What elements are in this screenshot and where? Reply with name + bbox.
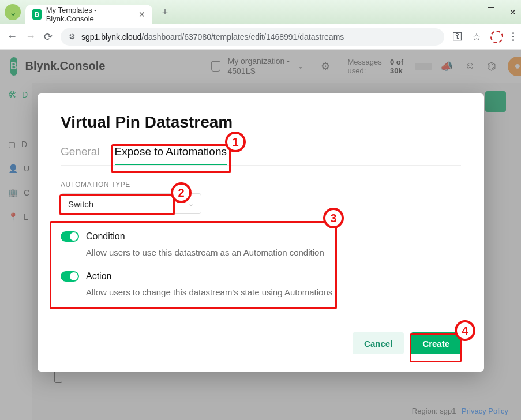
address-bar: ← → ⟳ ⚙ sgp1.blynk.cloud/dashboard/63708… <box>0 24 521 50</box>
back-icon[interactable]: ← <box>7 31 17 43</box>
action-toggle[interactable] <box>61 271 79 282</box>
create-button[interactable]: Create <box>411 332 461 354</box>
extension-icon[interactable] <box>490 31 503 43</box>
key-icon[interactable]: ⚿ <box>452 31 463 43</box>
chevron-down-icon: ⌄ <box>188 200 194 208</box>
favicon: B <box>32 9 42 20</box>
browser-tab[interactable]: B My Templates - Blynk.Console ✕ <box>25 5 152 24</box>
close-window-icon[interactable]: ✕ <box>509 7 516 17</box>
site-settings-icon[interactable]: ⚙ <box>69 32 76 41</box>
window-controls: — ✕ <box>464 7 516 17</box>
modal-tabs: General Expose to Automations <box>61 145 461 166</box>
automation-type-select[interactable]: Switch ⌄ <box>61 193 201 214</box>
tab-title: My Templates - Blynk.Console <box>46 6 134 23</box>
cancel-button[interactable]: Cancel <box>353 332 404 354</box>
modal-title: Virtual Pin Datastream <box>61 113 461 132</box>
action-desc: Allow users to change this datastream's … <box>86 287 461 297</box>
minimize-icon[interactable]: — <box>464 7 473 17</box>
tab-general[interactable]: General <box>61 145 100 165</box>
reload-icon[interactable]: ⟳ <box>44 31 53 43</box>
select-value: Switch <box>68 199 93 209</box>
condition-option: Condition Allow users to use this datast… <box>61 231 461 257</box>
action-title: Action <box>86 271 111 282</box>
maximize-icon[interactable] <box>488 7 494 14</box>
tab-expose-to-automations[interactable]: Expose to Automations <box>115 145 227 165</box>
new-tab-button[interactable]: + <box>157 4 173 20</box>
profile-chip[interactable]: ⌄ <box>5 4 21 20</box>
automation-type-label: AUTOMATION TYPE <box>61 181 461 189</box>
forward-icon: → <box>25 31 36 43</box>
condition-desc: Allow users to use this datastream as an… <box>86 247 461 257</box>
condition-title: Condition <box>86 231 125 242</box>
datastream-modal: Virtual Pin Datastream General Expose to… <box>38 93 484 372</box>
action-option: Action Allow users to change this datast… <box>61 271 461 297</box>
url-field[interactable]: ⚙ sgp1.blynk.cloud/dashboard/637080/temp… <box>61 28 444 46</box>
close-tab-icon[interactable]: ✕ <box>138 10 145 19</box>
condition-toggle[interactable] <box>61 231 79 242</box>
url-host: sgp1.blynk.cloud <box>81 32 141 42</box>
browser-menu-icon[interactable] <box>512 32 514 42</box>
browser-tab-strip: ⌄ B My Templates - Blynk.Console ✕ + — ✕ <box>0 0 521 24</box>
url-path: /dashboard/637080/templates/edit/1468991… <box>141 32 344 42</box>
bookmark-icon[interactable]: ☆ <box>472 31 481 43</box>
